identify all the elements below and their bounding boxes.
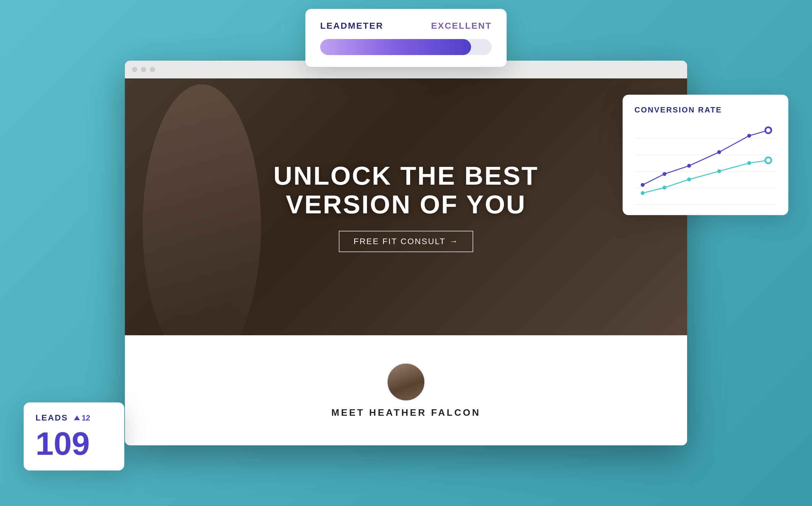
below-hero-section: MEET HEATHER FALCON [125,335,687,445]
chart-gridline-5 [634,204,777,205]
chart-s1-dot-1 [641,183,644,187]
conversion-title: CONVERSION RATE [634,105,777,114]
cta-label: FREE FIT CONSULT [354,237,446,246]
leads-up-icon [74,415,80,420]
browser-dot-1 [132,67,137,72]
chart-s2-dot-5 [747,161,751,165]
leadmeter-bar-track [320,39,492,55]
leads-delta: 12 [74,413,90,423]
chart-s1-dot-5 [747,134,751,138]
leads-label: LEADS [35,413,68,423]
chart-series-2-line [643,160,769,193]
browser-content: UNLOCK THE BEST VERSION OF YOU FREE FIT … [125,78,687,445]
chart-s2-dot-1 [641,191,644,195]
free-fit-consult-button[interactable]: FREE FIT CONSULT→ [339,231,473,252]
cta-arrow: → [449,237,458,246]
trainer-avatar [387,363,425,401]
chart-s1-dot-2 [662,172,666,176]
browser-dot-3 [150,67,155,72]
trainer-avatar-image [388,364,424,400]
trainer-name: MEET HEATHER FALCON [332,407,481,418]
leadmeter-bar-fill [320,39,471,55]
leadmeter-status: EXCELLENT [431,21,492,31]
browser-window: UNLOCK THE BEST VERSION OF YOU FREE FIT … [125,61,687,445]
chart-s2-dot-3 [687,178,691,181]
leads-number: 109 [35,427,112,460]
chart-s2-dot-end-inner [766,158,771,162]
chart-s2-dot-4 [717,169,721,173]
chart-svg [634,121,777,204]
chart-s2-dot-2 [662,186,666,190]
conversion-rate-card: CONVERSION RATE [623,95,788,215]
conversion-chart [634,121,777,204]
leads-header: LEADS 12 [35,413,112,423]
leads-card: LEADS 12 109 [24,403,124,471]
browser-dot-2 [141,67,146,72]
chart-s1-dot-end-inner [766,128,771,133]
chart-s1-dot-4 [717,150,721,154]
leads-delta-value: 12 [82,413,90,423]
hero-title: UNLOCK THE BEST VERSION OF YOU [273,162,539,219]
chart-s1-dot-3 [687,164,691,168]
chart-series-1-line [643,130,769,185]
leadmeter-header: LEADMETER EXCELLENT [320,21,492,31]
leadmeter-card: LEADMETER EXCELLENT [305,9,507,67]
hero-background-figure [140,78,264,335]
hero-section: UNLOCK THE BEST VERSION OF YOU FREE FIT … [125,78,687,335]
leadmeter-label: LEADMETER [320,21,383,31]
